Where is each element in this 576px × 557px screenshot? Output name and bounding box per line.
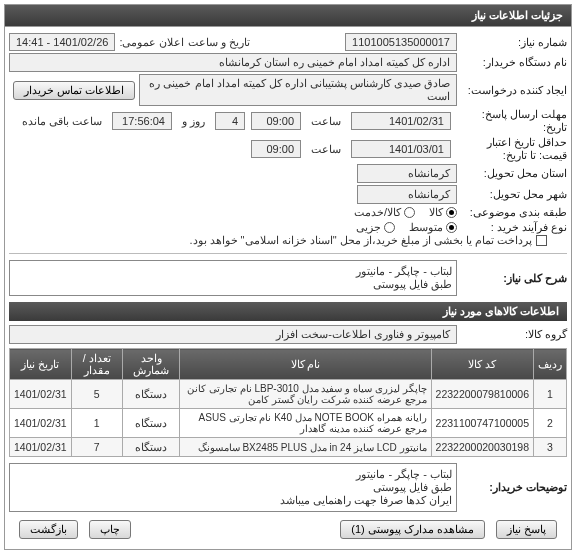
creator-label: ایجاد کننده درخواست: xyxy=(457,84,567,97)
col-date: تاریخ نیاز xyxy=(10,349,72,380)
remain-label: ساعت باقی مانده xyxy=(18,115,106,128)
cell-unit: دستگاه xyxy=(122,409,180,438)
print-button[interactable]: چاپ xyxy=(89,520,131,539)
radio-medium[interactable]: متوسط xyxy=(409,221,457,234)
cell-date: 1401/02/31 xyxy=(10,438,72,457)
cell-name: رایانه همراه NOTE BOOK مدل K40 نام تجارت… xyxy=(180,409,431,438)
radio-small[interactable]: جزیی xyxy=(356,221,395,234)
deadline-label: مهلت ارسال پاسخ:تاریخ: xyxy=(457,108,567,134)
valid-time: 09:00 xyxy=(251,140,301,158)
buy-type-label: نوع فرآیند خرید : xyxy=(457,221,567,234)
delivery-prov: کرمانشاه xyxy=(357,164,457,183)
buy-type-radio-group: متوسط جزیی xyxy=(356,221,457,234)
radio-kala[interactable]: کالا xyxy=(429,206,457,219)
cell-qty: 7 xyxy=(71,438,122,457)
days-value: 4 xyxy=(215,112,245,130)
announce-value: 1401/02/26 - 14:41 xyxy=(9,33,115,51)
pay-checkbox[interactable]: پرداخت تمام یا بخشی از مبلغ خرید،از محل … xyxy=(189,234,547,247)
items-table: ردیف کد کالا نام کالا واحد شمارش تعداد /… xyxy=(9,348,567,457)
cell-row: 1 xyxy=(534,380,567,409)
extra-box: لبتاب - چاپگر - مانیتور طبق فایل پیوستی … xyxy=(9,463,457,512)
contact-button[interactable]: اطلاعات تماس خریدار xyxy=(13,81,135,100)
time-label-2: ساعت xyxy=(307,143,345,156)
radio-dot-icon xyxy=(384,222,395,233)
table-row[interactable]: 32232200020030198مانیتور LCD سایز 24 in … xyxy=(10,438,567,457)
answer-button[interactable]: پاسخ نیاز xyxy=(496,520,557,539)
col-row: ردیف xyxy=(534,349,567,380)
cell-name: چاپگر لیزری سیاه و سفید مدل LBP-3010 نام… xyxy=(180,380,431,409)
cell-row: 2 xyxy=(534,409,567,438)
delivery-city: کرمانشاه xyxy=(357,185,457,204)
col-qty: تعداد / مقدار xyxy=(71,349,122,380)
cell-date: 1401/02/31 xyxy=(10,380,72,409)
checkbox-icon xyxy=(536,235,547,246)
goods-header: اطلاعات کالاهای مورد نیاز xyxy=(9,302,567,321)
cell-date: 1401/02/31 xyxy=(10,409,72,438)
cell-name: مانیتور LCD سایز 24 in مدل BX2485 PLUS س… xyxy=(180,438,431,457)
buyer-label: نام دستگاه خریدار: xyxy=(457,56,567,69)
creator-value: صادق صیدی کارشناس پشتیبانی اداره کل کمیت… xyxy=(139,74,457,106)
cell-unit: دستگاه xyxy=(122,380,180,409)
cell-qty: 1 xyxy=(71,409,122,438)
back-button[interactable]: بازگشت xyxy=(19,520,78,539)
group-value: کامپیوتر و فناوری اطلاعات-سخت افزار xyxy=(9,325,457,344)
group-label: گروه کالا: xyxy=(457,328,567,341)
day-label: روز و xyxy=(178,115,209,128)
class-label: طبقه بندی موضوعی: xyxy=(457,206,567,219)
col-code: کد کالا xyxy=(431,349,533,380)
cell-row: 3 xyxy=(534,438,567,457)
delivery-prov-label: استان محل تحویل: xyxy=(457,167,567,180)
cell-unit: دستگاه xyxy=(122,438,180,457)
radio-dot-icon xyxy=(404,207,415,218)
need-title-box: لبتاب - چاپگر - مانیتور طبق فایل پیوستی xyxy=(9,260,457,296)
attach-button[interactable]: مشاهده مدارک پیوستی (1) xyxy=(340,520,485,539)
table-row[interactable]: 22231100747100005رایانه همراه NOTE BOOK … xyxy=(10,409,567,438)
pay-note: پرداخت تمام یا بخشی از مبلغ خرید،از محل … xyxy=(189,234,532,247)
cell-code: 2231100747100005 xyxy=(431,409,533,438)
extra-label: توضیحات خریدار: xyxy=(457,481,567,494)
footer-bar: پاسخ نیاز مشاهده مدارک پیوستی (1) چاپ با… xyxy=(9,514,567,545)
buyer-value: اداره کل کمیته امداد امام خمینی ره استان… xyxy=(9,53,457,72)
announce-label: تاریخ و ساعت اعلان عمومی: xyxy=(115,36,253,49)
col-name: نام کالا xyxy=(180,349,431,380)
cell-code: 2232200079810006 xyxy=(431,380,533,409)
valid-date: 1401/03/01 xyxy=(351,140,451,158)
need-title-label: شرح کلی نیاز: xyxy=(457,272,567,285)
radio-service[interactable]: کالا/خدمت xyxy=(354,206,415,219)
need-no-value: 1101005135000017 xyxy=(345,33,457,51)
class-radio-group: کالا کالا/خدمت xyxy=(354,206,457,219)
col-unit: واحد شمارش xyxy=(122,349,180,380)
cell-code: 2232200020030198 xyxy=(431,438,533,457)
table-row[interactable]: 12232200079810006چاپگر لیزری سیاه و سفید… xyxy=(10,380,567,409)
delivery-city-label: شهر محل تحویل: xyxy=(457,188,567,201)
need-no-label: شماره نیاز: xyxy=(457,36,567,49)
deadline-date: 1401/02/31 xyxy=(351,112,451,130)
details-panel: جزئیات اطلاعات نیاز شماره نیاز: 11010051… xyxy=(4,4,572,550)
radio-dot-icon xyxy=(446,222,457,233)
valid-label: حداقل تاریخ اعتبارقیمت: تا تاریخ: xyxy=(457,136,567,162)
panel-title: جزئیات اطلاعات نیاز xyxy=(5,5,571,27)
remain-time: 17:56:04 xyxy=(112,112,172,130)
cell-qty: 5 xyxy=(71,380,122,409)
deadline-time: 09:00 xyxy=(251,112,301,130)
time-label-1: ساعت xyxy=(307,115,345,128)
radio-dot-icon xyxy=(446,207,457,218)
